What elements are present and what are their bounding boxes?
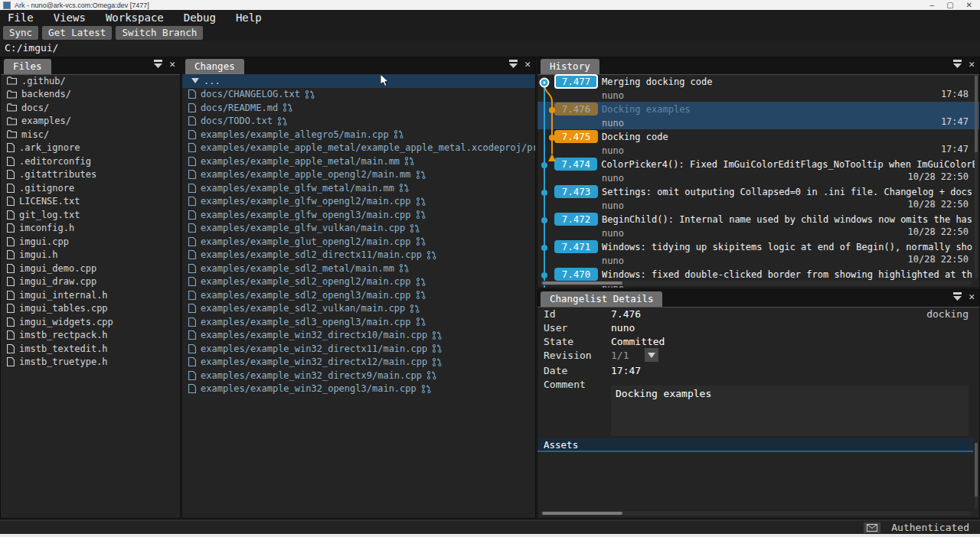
commit-title: BeginChild(): Internal name used by chil… xyxy=(602,214,979,225)
changed-file-row[interactable]: examples/example_win32_directx9/main.cpp xyxy=(182,369,535,382)
changed-file-row[interactable]: examples/example_glfw_opengl2/main.cpp xyxy=(182,195,535,209)
tab-history[interactable]: History xyxy=(541,59,599,74)
maximize-button[interactable]: ▢ xyxy=(946,1,953,9)
history-hscrollbar[interactable] xyxy=(541,281,972,285)
changed-file-row[interactable]: docs/CHANGELOG.txt xyxy=(182,88,535,102)
file-tree-item[interactable]: LICENSE.txt xyxy=(1,195,180,209)
details-vscrollbar[interactable] xyxy=(975,443,978,509)
changed-file-row[interactable]: examples/example_sdl2_metal/main.mm xyxy=(182,262,535,275)
file-tree-item[interactable]: imgui.h xyxy=(1,249,180,262)
get-latest-button[interactable]: Get Latest xyxy=(42,26,112,40)
sync-button[interactable]: Sync xyxy=(3,26,38,40)
history-vscrollbar[interactable] xyxy=(975,76,978,278)
changed-file-row[interactable]: examples/example_apple_opengl2/main.mm xyxy=(182,168,535,182)
filter-icon[interactable] xyxy=(952,292,962,301)
changed-icon xyxy=(277,116,287,126)
close-icon[interactable]: ✕ xyxy=(524,60,531,68)
file-tree-item[interactable]: .ark_ignore xyxy=(1,142,180,155)
field-value-id: 7.476 xyxy=(611,308,641,320)
close-icon[interactable]: ✕ xyxy=(169,60,175,68)
changed-file-row[interactable]: examples/example_apple_metal/main.mm xyxy=(182,155,535,168)
close-icon[interactable]: ✕ xyxy=(969,292,975,301)
menu-item-file[interactable]: File xyxy=(8,11,34,24)
file-tree-item[interactable]: backends/ xyxy=(1,88,180,102)
commit-row[interactable]: 7.471Windows: tidying up skipitems logic… xyxy=(537,239,979,267)
app-icon xyxy=(3,2,11,9)
file-tree-item[interactable]: misc/ xyxy=(1,128,180,142)
changeset-badge[interactable]: 7.476 xyxy=(554,103,598,116)
changed-file-row[interactable]: examples/example_sdl2_directx11/main.cpp xyxy=(182,249,535,262)
file-name: .ark_ignore xyxy=(19,142,80,153)
tab-changelist-details[interactable]: Changelist Details xyxy=(541,291,662,307)
changed-file-row[interactable]: examples/example_sdl3_opengl3/main.cpp xyxy=(182,315,535,329)
changed-file-row[interactable]: examples/example_win32_directx11/main.cp… xyxy=(182,342,535,356)
changeset-badge[interactable]: 7.474 xyxy=(554,158,597,171)
file-tree-item[interactable]: imstb_truetype.h xyxy=(1,356,180,369)
changed-file-row[interactable]: examples/example_apple_metal/example_app… xyxy=(182,142,535,155)
filter-icon[interactable] xyxy=(508,60,518,68)
file-tree-item[interactable]: imstb_rectpack.h xyxy=(1,329,180,343)
minimize-button[interactable]: – xyxy=(930,1,935,9)
comment-field[interactable]: Docking examples xyxy=(611,386,969,436)
revision-dropdown[interactable] xyxy=(645,348,658,362)
file-tree-item[interactable]: imstb_textedit.h xyxy=(1,342,180,356)
file-tree-item[interactable]: imgui.cpp xyxy=(1,235,180,249)
commit-row[interactable]: 7.474ColorPicker4(): Fixed ImGuiColorEdi… xyxy=(537,157,979,184)
mail-button[interactable] xyxy=(864,522,880,533)
changed-file-row[interactable]: examples/example_glfw_metal/main.mm xyxy=(182,181,535,195)
file-tree-item[interactable]: imgui_internal.h xyxy=(1,288,180,302)
file-tree-item[interactable]: imgui_tables.cpp xyxy=(1,302,180,316)
menu-item-views[interactable]: Views xyxy=(54,11,86,24)
file-tree-item[interactable]: .github/ xyxy=(1,74,180,88)
close-icon[interactable]: ✕ xyxy=(969,60,975,68)
changed-file-row[interactable]: docs/TODO.txt xyxy=(182,115,535,129)
menu-item-help[interactable]: Help xyxy=(236,11,262,24)
changed-file-row[interactable]: examples/example_glfw_vulkan/main.cpp xyxy=(182,222,535,236)
file-tree-item[interactable]: examples/ xyxy=(1,115,180,129)
changeset-badge[interactable]: 7.475 xyxy=(554,130,598,143)
changed-file-row[interactable]: examples/example_allegro5/main.cpp xyxy=(182,128,535,142)
commit-title: Docking examples xyxy=(602,104,979,115)
changed-file-row[interactable]: examples/example_glfw_opengl3/main.cpp xyxy=(182,208,535,222)
commit-row[interactable]: 7.476Docking examplesnuno17:47 xyxy=(537,102,979,129)
file-tree-item[interactable]: imgui_widgets.cpp xyxy=(1,315,180,329)
changeset-badge[interactable]: 7.470 xyxy=(554,268,598,281)
filter-icon[interactable] xyxy=(952,60,962,68)
commit-row[interactable]: 7.473Settings: omit outputing Collapsed=… xyxy=(537,184,979,212)
menu-item-workspace[interactable]: Workspace xyxy=(106,11,164,24)
changeset-badge[interactable]: 7.471 xyxy=(554,240,598,253)
close-button[interactable]: ✕ xyxy=(966,1,972,9)
tab-files[interactable]: Files xyxy=(4,59,51,74)
changes-root-row[interactable]: ... xyxy=(182,74,535,88)
expander-triangle-icon[interactable] xyxy=(191,78,199,83)
tab-changes[interactable]: Changes xyxy=(185,59,244,74)
details-hscrollbar[interactable] xyxy=(541,511,972,516)
changelist-details-panel: Changelist Details ✕ Id 7.476 docking Us… xyxy=(537,289,980,519)
file-tree-item[interactable]: imgui_demo.cpp xyxy=(1,262,180,275)
commit-row[interactable]: 7.477Merging docking codenuno17:48 xyxy=(537,74,979,102)
commit-row[interactable]: 7.472BeginChild(): Internal name used by… xyxy=(537,212,979,239)
changed-file-row[interactable]: examples/example_glut_opengl2/main.cpp xyxy=(182,235,535,249)
changeset-badge[interactable]: 7.477 xyxy=(554,74,598,89)
changed-file-row[interactable]: examples/example_sdl2_opengl2/main.cpp xyxy=(182,275,535,289)
changed-file-row[interactable]: examples/example_sdl2_vulkan/main.cpp xyxy=(182,302,535,316)
file-tree-item[interactable]: imconfig.h xyxy=(1,222,180,236)
filter-icon[interactable] xyxy=(153,60,163,68)
file-tree-item[interactable]: .gitattributes xyxy=(1,168,180,182)
changed-icon xyxy=(410,304,420,314)
changed-file-row[interactable]: examples/example_win32_directx12/main.cp… xyxy=(182,356,535,369)
changed-file-row[interactable]: examples/example_win32_directx10/main.cp… xyxy=(182,329,535,343)
changed-file-row[interactable]: examples/example_win32_opengl3/main.cpp xyxy=(182,382,535,396)
changed-file-row[interactable]: docs/README.md xyxy=(182,101,535,115)
changed-file-row[interactable]: examples/example_sdl2_opengl3/main.cpp xyxy=(182,288,535,302)
file-tree-item[interactable]: git_log.txt xyxy=(1,208,180,222)
changeset-badge[interactable]: 7.472 xyxy=(554,213,598,226)
file-tree-item[interactable]: .editorconfig xyxy=(1,155,180,168)
file-tree-item[interactable]: imgui_draw.cpp xyxy=(1,275,180,289)
commit-row[interactable]: 7.475Docking codenuno17:47 xyxy=(537,129,979,157)
file-tree-item[interactable]: .gitignore xyxy=(1,181,180,195)
menu-item-debug[interactable]: Debug xyxy=(184,11,216,24)
file-tree-item[interactable]: docs/ xyxy=(1,101,180,115)
changeset-badge[interactable]: 7.473 xyxy=(554,185,598,198)
switch-branch-button[interactable]: Switch Branch xyxy=(116,26,203,40)
